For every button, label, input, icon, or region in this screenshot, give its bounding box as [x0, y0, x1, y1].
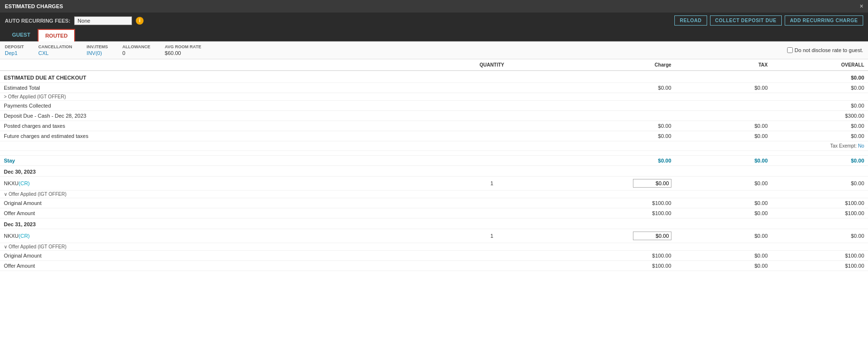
offer-applied-label[interactable]: > Offer Applied (IGT OFFER) — [0, 93, 868, 101]
disclosure-checkbox-label[interactable]: Do not disclose rate to guest. — [787, 47, 863, 53]
nkxu-qty-dec31: 1 — [434, 229, 550, 243]
reload-button[interactable]: RELOAD — [674, 15, 707, 26]
stay-charge: $0.00 — [550, 156, 675, 166]
estimated-total-qty — [434, 83, 550, 93]
disclosure-checkbox[interactable] — [787, 47, 793, 53]
posted-charges-charge: $0.00 — [550, 121, 675, 131]
nkxu-overall-dec31: $0.00 — [772, 229, 868, 243]
nkxu-label-dec31: NKXU(CR) — [0, 229, 434, 243]
offer-amount-dec31-charge: $100.00 — [550, 261, 675, 271]
nkxu-charge-cell-dec30 — [550, 177, 675, 191]
original-amount-dec30-charge: $100.00 — [550, 198, 675, 208]
future-charges-overall: $0.00 — [772, 131, 868, 141]
col-overall: OVERALL — [772, 59, 868, 71]
col-description — [0, 59, 434, 71]
original-amount-dec31-label: Original Amount — [0, 251, 434, 261]
original-amount-dec31-charge: $100.00 — [550, 251, 675, 261]
stay-label: Stay — [0, 156, 434, 166]
date-label-dec31: Dec 31, 2023 — [0, 218, 868, 229]
original-amount-dec30-row: Original Amount $100.00 $0.00 $100.00 — [0, 198, 868, 208]
offer-amount-dec31-tax: $0.00 — [675, 261, 772, 271]
offer-amount-dec30-overall: $100.00 — [772, 208, 868, 218]
posted-charges-label: Posted charges and taxes — [0, 121, 434, 131]
future-charges-charge: $0.00 — [550, 131, 675, 141]
content-area: DEPOSIT Dep1 CANCELLATION CXL INV.ITEMS … — [0, 41, 868, 271]
offer-applied-dec30-label[interactable]: ∨ Offer Applied (IGT OFFER) — [0, 191, 868, 198]
original-amount-dec30-overall: $100.00 — [772, 198, 868, 208]
estimated-total-overall: $0.00 — [772, 83, 868, 93]
posted-charges-row: Posted charges and taxes $0.00 $0.00 $0.… — [0, 121, 868, 131]
date-row-dec31: Dec 31, 2023 — [0, 218, 868, 229]
info-icon[interactable]: i — [136, 17, 144, 25]
window-title: ESTIMATED CHARGES — [5, 3, 63, 9]
tab-guest[interactable]: GUEST — [5, 28, 38, 41]
nkxu-charge-input-dec31[interactable] — [633, 232, 671, 240]
fees-input[interactable] — [74, 16, 132, 25]
posted-charges-overall: $0.00 — [772, 121, 868, 131]
avg-room-rate-summary: AVG ROOM RATE $60.00 — [165, 44, 201, 56]
offer-amount-dec31-label: Offer Amount — [0, 261, 434, 271]
stay-row: Stay $0.00 $0.00 $0.00 — [0, 156, 868, 166]
original-amount-dec31-overall: $100.00 — [772, 251, 868, 261]
future-charges-qty — [434, 131, 550, 141]
deposit-link[interactable]: Dep1 — [5, 50, 24, 56]
allowance-label: ALLOWANCE — [122, 44, 150, 49]
cancellation-link[interactable]: CXL — [39, 50, 72, 56]
cancellation-label: CANCELLATION — [39, 44, 72, 49]
main-table: QUANTITY Charge TAX OVERALL ESTIMATED DU… — [0, 59, 868, 271]
original-amount-dec30-label: Original Amount — [0, 198, 434, 208]
deposit-due-row: Deposit Due - Cash - Dec 28, 2023 $300.0… — [0, 111, 868, 121]
original-amount-dec31-tax: $0.00 — [675, 251, 772, 261]
future-charges-row: Future charges and estimated taxes $0.00… — [0, 131, 868, 141]
disclosure-label: Do not disclose rate to guest. — [795, 47, 863, 53]
original-amount-dec31-qty — [434, 251, 550, 261]
offer-amount-dec30-row: Offer Amount $100.00 $0.00 $100.00 — [0, 208, 868, 218]
stay-overall: $0.00 — [772, 156, 868, 166]
col-quantity: QUANTITY — [434, 59, 550, 71]
title-bar: ESTIMATED CHARGES × — [0, 0, 868, 13]
estimated-total-charge: $0.00 — [550, 83, 675, 93]
offer-applied-dec31-label[interactable]: ∨ Offer Applied (IGT OFFER) — [0, 243, 868, 251]
stay-tax: $0.00 — [675, 156, 772, 166]
nkxu-cr-link-dec31[interactable]: (CR) — [19, 233, 30, 239]
tab-routed[interactable]: ROUTED — [38, 29, 75, 41]
offer-amount-dec31-row: Offer Amount $100.00 $0.00 $100.00 — [0, 261, 868, 271]
tax-exempt-label: Tax Exempt: — [830, 143, 856, 149]
offer-amount-dec31-qty — [434, 261, 550, 271]
original-amount-dec31-row: Original Amount $100.00 $0.00 $100.00 — [0, 251, 868, 261]
inv-items-link[interactable]: INV(0) — [87, 50, 108, 56]
add-recurring-button[interactable]: ADD RECURRING CHARGE — [785, 15, 863, 26]
nkxu-overall-dec30: $0.00 — [772, 177, 868, 191]
nkxu-charge-input-dec30[interactable] — [633, 179, 671, 188]
estimated-header-overall: $0.00 — [772, 71, 868, 83]
date-label-dec30: Dec 30, 2023 — [0, 166, 868, 177]
collect-deposit-button[interactable]: COLLECT DEPOSIT DUE — [710, 15, 782, 26]
offer-amount-dec31-overall: $100.00 — [772, 261, 868, 271]
estimated-header-label: ESTIMATED DUE AT CHECKOUT — [0, 71, 772, 83]
nkxu-cr-link-dec30[interactable]: (CR) — [19, 180, 30, 186]
tax-exempt-value[interactable]: No — [858, 143, 864, 149]
col-tax: TAX — [675, 59, 772, 71]
spacer-cell — [0, 151, 868, 156]
nkxu-tax-dec31: $0.00 — [675, 229, 772, 243]
deposit-summary: DEPOSIT Dep1 — [5, 44, 24, 56]
close-icon[interactable]: × — [860, 3, 863, 10]
estimated-total-label: Estimated Total — [0, 83, 434, 93]
deposit-due-overall: $300.00 — [772, 111, 868, 121]
nkxu-row-dec31: NKXU(CR) 1 $0.00 $0.00 — [0, 229, 868, 243]
estimated-total-row: Estimated Total $0.00 $0.00 $0.00 — [0, 83, 868, 93]
payments-collected-overall: $0.00 — [772, 101, 868, 111]
offer-amount-dec30-tax: $0.00 — [675, 208, 772, 218]
cancellation-summary: CANCELLATION CXL — [39, 44, 72, 56]
deposit-label: DEPOSIT — [5, 44, 24, 49]
posted-charges-qty — [434, 121, 550, 131]
avg-room-rate-label: AVG ROOM RATE — [165, 44, 201, 49]
payments-collected-row: Payments Collected $0.00 — [0, 101, 868, 111]
nkxu-qty-dec30: 1 — [434, 177, 550, 191]
tax-exempt-cell: Tax Exempt: No — [772, 141, 868, 151]
stay-qty — [434, 156, 550, 166]
tax-exempt-spacer — [0, 141, 772, 151]
nkxu-tax-dec30: $0.00 — [675, 177, 772, 191]
future-charges-tax: $0.00 — [675, 131, 772, 141]
allowance-summary: ALLOWANCE 0 — [122, 44, 150, 56]
